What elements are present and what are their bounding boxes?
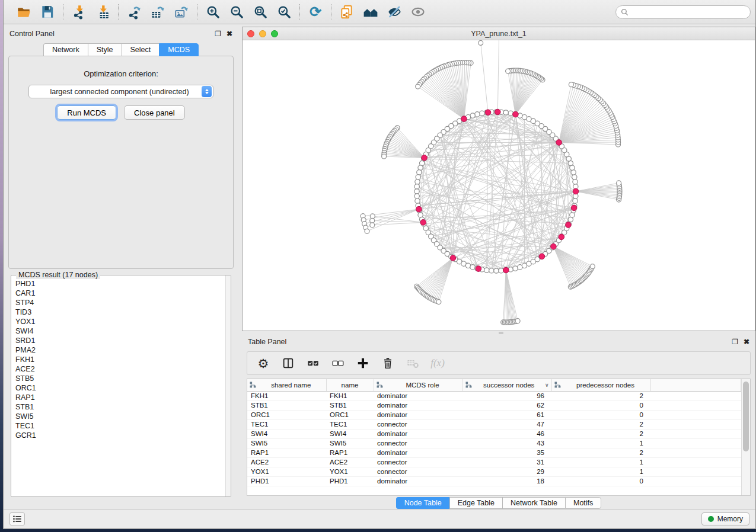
tab-style[interactable]: Style (88, 43, 122, 56)
table-panel-title: Table Panel (248, 338, 286, 346)
result-list-item[interactable]: ACE2 (15, 364, 225, 374)
node-table: shared namenameMCDS rolesuccessor nodes∨… (247, 379, 741, 486)
table-row[interactable]: TEC1TEC1connector472 (247, 419, 741, 429)
result-list-item[interactable]: STB1 (15, 402, 225, 412)
table-tabs: Node TableEdge TableNetwork TableMotifs (242, 496, 755, 509)
hide-selected-icon (387, 4, 402, 20)
table-toolbar: ⚙f(x) (247, 351, 751, 375)
tab-edge-table[interactable]: Edge Table (449, 497, 502, 509)
result-list-item[interactable]: SWI5 (15, 412, 225, 421)
result-list-item[interactable]: TID3 (15, 307, 225, 317)
copy-network-button[interactable] (337, 2, 357, 21)
add-button[interactable] (355, 355, 371, 371)
table-row[interactable]: ACE2ACE2connector311 (247, 457, 741, 467)
result-list-item[interactable]: ORC1 (15, 383, 225, 393)
table-scrollbar[interactable] (741, 379, 750, 495)
tab-node-table[interactable]: Node Table (396, 497, 449, 509)
result-list-item[interactable]: STP4 (15, 298, 225, 307)
deselect-all-button[interactable] (330, 355, 346, 371)
float-panel-icon[interactable]: ❐ (215, 30, 221, 37)
import-network-button[interactable] (69, 2, 89, 21)
export-table-button[interactable] (148, 2, 168, 21)
table-row[interactable]: SWI4SWI4dominator462 (247, 429, 741, 438)
column-filler (650, 379, 741, 391)
scrollbar-thumb[interactable] (743, 382, 749, 451)
deselect-all-icon (331, 357, 344, 370)
column-type-icon (465, 382, 472, 388)
tab-mcds[interactable]: MCDS (159, 43, 199, 56)
network-graph[interactable] (243, 40, 755, 331)
tab-select[interactable]: Select (122, 43, 160, 56)
result-list-item[interactable]: TEC1 (15, 421, 225, 431)
delete-button[interactable] (380, 355, 395, 371)
hide-selected-button[interactable] (384, 2, 404, 21)
show-selected-button[interactable] (408, 2, 428, 21)
table-row[interactable]: STB1STB1dominator620 (247, 400, 741, 410)
network-titlebar[interactable]: YPA_prune.txt_1 (243, 27, 755, 40)
import-network-icon (71, 4, 87, 20)
close-table-panel-icon[interactable]: ✖ (744, 338, 749, 345)
table-row[interactable]: PHD1PHD1dominator180 (247, 476, 741, 486)
export-network-button[interactable] (124, 2, 144, 21)
result-scrollbar[interactable] (225, 275, 231, 496)
zoom-in-button[interactable] (203, 2, 223, 21)
table-row[interactable]: FKH1FKH1dominator962 (247, 391, 741, 400)
select-all-button[interactable] (305, 355, 321, 371)
table-row[interactable]: YOX1YOX1connector291 (247, 467, 741, 476)
tab-network[interactable]: Network (43, 43, 88, 56)
tab-motifs[interactable]: Motifs (565, 497, 601, 509)
dropdown-stepper-icon (202, 86, 212, 97)
result-list-item[interactable]: FKH1 (15, 355, 225, 364)
close-panel-icon[interactable]: ✖ (227, 30, 232, 37)
result-list-item[interactable]: RAP1 (15, 393, 225, 402)
table-row[interactable]: RAP1RAP1dominator352 (247, 448, 741, 457)
search-box[interactable] (615, 5, 751, 19)
result-list-item[interactable]: PMA2 (15, 345, 225, 355)
result-list-item[interactable]: CAR1 (15, 289, 225, 298)
zoom-fit-button[interactable] (250, 2, 270, 21)
column-header-predecessor-nodes[interactable]: predecessor nodes (551, 379, 650, 391)
optimization-criterion-dropdown[interactable]: largest connected component (undirected) (28, 85, 213, 98)
mcds-result-title: MCDS result (17 nodes) (16, 271, 100, 279)
home-icon (363, 4, 378, 20)
run-mcds-button[interactable]: Run MCDS (57, 105, 116, 120)
network-nodes[interactable] (361, 40, 622, 325)
export-image-button[interactable] (171, 2, 192, 21)
result-list-item[interactable]: SWI4 (15, 326, 225, 336)
save-icon (40, 4, 55, 20)
gear-button[interactable]: ⚙ (256, 355, 271, 371)
refresh-button[interactable]: ⟳ (305, 2, 326, 21)
close-panel-button[interactable]: Close panel (124, 105, 185, 120)
result-list-item[interactable]: GCR1 (15, 431, 225, 440)
columns-icon (282, 357, 295, 370)
network-view[interactable] (243, 40, 755, 331)
horizontal-splitter[interactable] (242, 331, 755, 335)
open-file-button[interactable] (14, 2, 34, 21)
column-header-MCDS-role[interactable]: MCDS role (374, 379, 462, 391)
column-header-name[interactable]: name (326, 379, 374, 391)
open-file-icon (16, 4, 31, 20)
float-table-panel-icon[interactable]: ❐ (732, 338, 738, 345)
result-list-item[interactable]: YOX1 (15, 317, 225, 326)
mcds-result-list[interactable]: PHD1CAR1STP4TID3YOX1SWI4SRD1PMA2FKH1ACE2… (11, 275, 225, 496)
task-history-button[interactable] (9, 512, 25, 525)
table-row[interactable]: ORC1ORC1dominator610 (247, 410, 741, 419)
column-header-successor-nodes[interactable]: successor nodes∨ (462, 379, 551, 391)
tab-network-table[interactable]: Network Table (502, 497, 565, 509)
memory-label: Memory (717, 515, 743, 523)
column-header-shared-name[interactable]: shared name (247, 379, 326, 391)
result-list-item[interactable]: PHD1 (15, 279, 225, 289)
zoom-selected-button[interactable] (274, 2, 294, 21)
result-list-item[interactable]: STB5 (15, 374, 225, 383)
search-input[interactable] (631, 8, 745, 16)
memory-button[interactable]: Memory (701, 512, 749, 525)
import-table-button[interactable] (92, 2, 113, 21)
zoom-out-button[interactable] (227, 2, 247, 21)
export-table-icon (150, 4, 165, 20)
table-row[interactable]: SWI5SWI5connector431 (247, 438, 741, 448)
columns-button[interactable] (280, 355, 296, 371)
result-list-item[interactable]: SRD1 (15, 336, 225, 345)
home-button[interactable] (361, 2, 381, 21)
save-button[interactable] (37, 2, 58, 21)
show-selected-icon (410, 4, 426, 20)
